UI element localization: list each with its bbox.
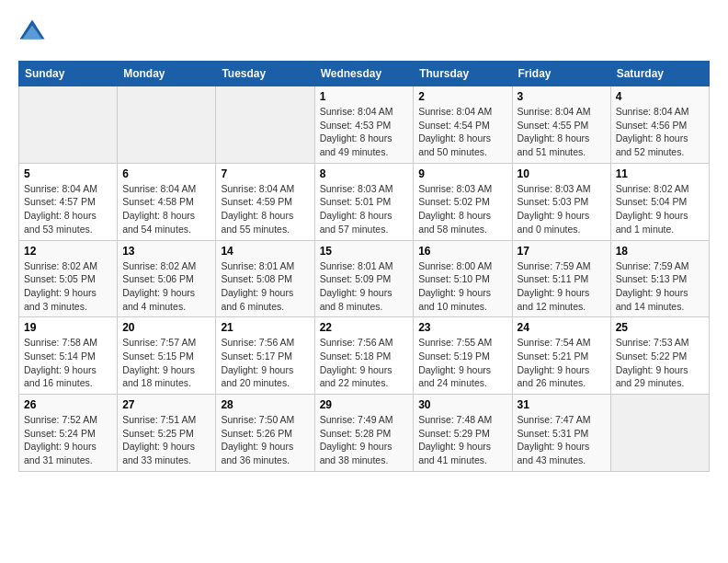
calendar-cell: 19Sunrise: 7:58 AM Sunset: 5:14 PM Dayli… — [19, 317, 118, 395]
day-number: 21 — [221, 321, 309, 334]
weekday-header: Tuesday — [216, 62, 314, 86]
day-number: 24 — [518, 321, 606, 334]
day-info: Sunrise: 8:01 AM Sunset: 5:09 PM Dayligh… — [320, 259, 409, 314]
calendar-cell: 4Sunrise: 8:04 AM Sunset: 4:56 PM Daylig… — [610, 86, 709, 164]
day-info: Sunrise: 8:02 AM Sunset: 5:05 PM Dayligh… — [24, 259, 112, 314]
calendar-cell — [610, 395, 709, 472]
calendar-cell: 16Sunrise: 8:00 AM Sunset: 5:10 PM Dayli… — [414, 240, 512, 317]
calendar-week-row: 1Sunrise: 8:04 AM Sunset: 4:53 PM Daylig… — [19, 86, 710, 164]
day-info: Sunrise: 8:01 AM Sunset: 5:08 PM Dayligh… — [221, 259, 309, 314]
day-info: Sunrise: 7:49 AM Sunset: 5:28 PM Dayligh… — [320, 413, 409, 467]
day-info: Sunrise: 7:59 AM Sunset: 5:11 PM Dayligh… — [518, 259, 606, 314]
day-info: Sunrise: 8:04 AM Sunset: 4:53 PM Dayligh… — [320, 105, 409, 159]
day-info: Sunrise: 8:04 AM Sunset: 4:54 PM Dayligh… — [418, 105, 506, 159]
calendar-table: SundayMondayTuesdayWednesdayThursdayFrid… — [18, 61, 710, 472]
day-info: Sunrise: 7:51 AM Sunset: 5:25 PM Dayligh… — [122, 413, 210, 467]
calendar-cell: 24Sunrise: 7:54 AM Sunset: 5:21 PM Dayli… — [512, 317, 610, 395]
day-number: 16 — [418, 245, 506, 258]
calendar-cell: 30Sunrise: 7:48 AM Sunset: 5:29 PM Dayli… — [414, 395, 512, 472]
weekday-header: Saturday — [610, 62, 709, 86]
day-number: 26 — [24, 398, 112, 411]
day-number: 14 — [221, 245, 309, 258]
day-number: 9 — [418, 167, 506, 180]
day-info: Sunrise: 8:00 AM Sunset: 5:10 PM Dayligh… — [418, 259, 506, 314]
calendar-cell: 3Sunrise: 8:04 AM Sunset: 4:55 PM Daylig… — [512, 86, 610, 164]
calendar-cell: 26Sunrise: 7:52 AM Sunset: 5:24 PM Dayli… — [19, 395, 118, 472]
day-info: Sunrise: 7:48 AM Sunset: 5:29 PM Dayligh… — [418, 413, 506, 467]
calendar-cell: 10Sunrise: 8:03 AM Sunset: 5:03 PM Dayli… — [512, 163, 610, 240]
day-number: 10 — [518, 167, 606, 180]
calendar-cell: 15Sunrise: 8:01 AM Sunset: 5:09 PM Dayli… — [314, 240, 414, 317]
day-number: 30 — [418, 398, 506, 411]
calendar-cell: 28Sunrise: 7:50 AM Sunset: 5:26 PM Dayli… — [216, 395, 314, 472]
calendar-cell: 6Sunrise: 8:04 AM Sunset: 4:58 PM Daylig… — [118, 163, 216, 240]
logo-icon — [18, 18, 46, 46]
day-number: 19 — [24, 321, 112, 334]
calendar-cell: 17Sunrise: 7:59 AM Sunset: 5:11 PM Dayli… — [512, 240, 610, 317]
day-info: Sunrise: 7:59 AM Sunset: 5:13 PM Dayligh… — [616, 259, 704, 314]
day-info: Sunrise: 8:02 AM Sunset: 5:06 PM Dayligh… — [122, 259, 210, 314]
logo — [18, 18, 50, 46]
day-info: Sunrise: 7:53 AM Sunset: 5:22 PM Dayligh… — [616, 336, 704, 390]
day-number: 28 — [221, 398, 309, 411]
calendar-cell: 5Sunrise: 8:04 AM Sunset: 4:57 PM Daylig… — [19, 163, 118, 240]
weekday-header: Monday — [118, 62, 216, 86]
header-row: SundayMondayTuesdayWednesdayThursdayFrid… — [19, 62, 710, 86]
day-info: Sunrise: 8:04 AM Sunset: 4:57 PM Dayligh… — [24, 182, 112, 236]
day-info: Sunrise: 7:56 AM Sunset: 5:17 PM Dayligh… — [221, 336, 309, 390]
day-number: 25 — [616, 321, 704, 334]
day-number: 18 — [616, 245, 704, 258]
day-info: Sunrise: 8:04 AM Sunset: 4:58 PM Dayligh… — [122, 182, 210, 236]
day-info: Sunrise: 8:04 AM Sunset: 4:56 PM Dayligh… — [616, 105, 704, 159]
day-info: Sunrise: 7:52 AM Sunset: 5:24 PM Dayligh… — [24, 413, 112, 467]
day-info: Sunrise: 7:50 AM Sunset: 5:26 PM Dayligh… — [221, 413, 309, 467]
calendar-cell: 1Sunrise: 8:04 AM Sunset: 4:53 PM Daylig… — [314, 86, 414, 164]
calendar-cell: 21Sunrise: 7:56 AM Sunset: 5:17 PM Dayli… — [216, 317, 314, 395]
day-number: 5 — [24, 167, 112, 180]
calendar-header: SundayMondayTuesdayWednesdayThursdayFrid… — [19, 62, 710, 86]
day-info: Sunrise: 8:03 AM Sunset: 5:03 PM Dayligh… — [518, 182, 606, 236]
day-info: Sunrise: 7:55 AM Sunset: 5:19 PM Dayligh… — [418, 336, 506, 390]
day-info: Sunrise: 7:54 AM Sunset: 5:21 PM Dayligh… — [518, 336, 606, 390]
day-info: Sunrise: 8:04 AM Sunset: 4:55 PM Dayligh… — [518, 105, 606, 159]
day-number: 23 — [418, 321, 506, 334]
day-info: Sunrise: 7:58 AM Sunset: 5:14 PM Dayligh… — [24, 336, 112, 390]
calendar-week-row: 12Sunrise: 8:02 AM Sunset: 5:05 PM Dayli… — [19, 240, 710, 317]
weekday-header: Wednesday — [314, 62, 414, 86]
calendar-cell: 11Sunrise: 8:02 AM Sunset: 5:04 PM Dayli… — [610, 163, 709, 240]
weekday-header: Thursday — [414, 62, 512, 86]
calendar-week-row: 19Sunrise: 7:58 AM Sunset: 5:14 PM Dayli… — [19, 317, 710, 395]
calendar-cell: 13Sunrise: 8:02 AM Sunset: 5:06 PM Dayli… — [118, 240, 216, 317]
day-number: 6 — [122, 167, 210, 180]
day-number: 2 — [418, 90, 506, 103]
calendar-cell: 27Sunrise: 7:51 AM Sunset: 5:25 PM Dayli… — [118, 395, 216, 472]
day-number: 7 — [221, 167, 309, 180]
day-info: Sunrise: 8:03 AM Sunset: 5:02 PM Dayligh… — [418, 182, 506, 236]
calendar-cell: 29Sunrise: 7:49 AM Sunset: 5:28 PM Dayli… — [314, 395, 414, 472]
day-number: 15 — [320, 245, 409, 258]
calendar-cell — [118, 86, 216, 164]
day-info: Sunrise: 8:03 AM Sunset: 5:01 PM Dayligh… — [320, 182, 409, 236]
day-number: 12 — [24, 245, 112, 258]
calendar-cell: 31Sunrise: 7:47 AM Sunset: 5:31 PM Dayli… — [512, 395, 610, 472]
day-number: 27 — [122, 398, 210, 411]
calendar-cell: 14Sunrise: 8:01 AM Sunset: 5:08 PM Dayli… — [216, 240, 314, 317]
calendar-cell: 8Sunrise: 8:03 AM Sunset: 5:01 PM Daylig… — [314, 163, 414, 240]
calendar-cell: 18Sunrise: 7:59 AM Sunset: 5:13 PM Dayli… — [610, 240, 709, 317]
calendar-cell: 12Sunrise: 8:02 AM Sunset: 5:05 PM Dayli… — [19, 240, 118, 317]
calendar-cell: 23Sunrise: 7:55 AM Sunset: 5:19 PM Dayli… — [414, 317, 512, 395]
page-header — [18, 18, 710, 46]
calendar-cell — [216, 86, 314, 164]
day-info: Sunrise: 8:04 AM Sunset: 4:59 PM Dayligh… — [221, 182, 309, 236]
day-number: 8 — [320, 167, 409, 180]
calendar-cell: 22Sunrise: 7:56 AM Sunset: 5:18 PM Dayli… — [314, 317, 414, 395]
day-number: 3 — [518, 90, 606, 103]
day-info: Sunrise: 7:47 AM Sunset: 5:31 PM Dayligh… — [518, 413, 606, 467]
calendar-cell: 25Sunrise: 7:53 AM Sunset: 5:22 PM Dayli… — [610, 317, 709, 395]
day-number: 29 — [320, 398, 409, 411]
day-number: 31 — [518, 398, 606, 411]
calendar-cell: 2Sunrise: 8:04 AM Sunset: 4:54 PM Daylig… — [414, 86, 512, 164]
calendar-week-row: 26Sunrise: 7:52 AM Sunset: 5:24 PM Dayli… — [19, 395, 710, 472]
day-info: Sunrise: 8:02 AM Sunset: 5:04 PM Dayligh… — [616, 182, 704, 236]
day-info: Sunrise: 7:57 AM Sunset: 5:15 PM Dayligh… — [122, 336, 210, 390]
